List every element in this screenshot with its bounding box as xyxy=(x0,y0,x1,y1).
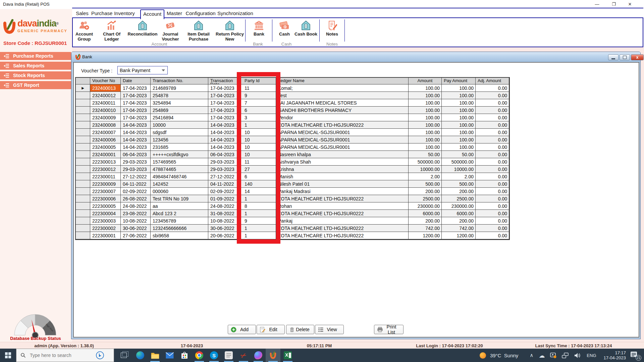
table-row[interactable]: 22230000310-08-202212345678910-08-20229P… xyxy=(76,217,509,225)
cell-voucher_no[interactable]: 222300013 xyxy=(90,158,121,166)
ribbon-item-return-policy-new[interactable]: Return Policy New xyxy=(215,19,245,42)
cell-trn_date[interactable]: 20-06-2022 xyxy=(208,232,240,239)
cell-ledger[interactable]: ZOTA HEALTHCARE LTD-HGJSUR0222 xyxy=(276,121,409,129)
tab-purchase[interactable]: Purchase xyxy=(91,9,112,17)
cell-amount[interactable]: 2.00 xyxy=(409,173,442,180)
taskbar-app-file-explorer[interactable] xyxy=(148,349,162,362)
cell-pay_amount[interactable]: 100.00 xyxy=(442,114,476,121)
cell-pay_amount[interactable]: 500000.00 xyxy=(442,158,476,166)
taskbar-app-skype[interactable]: S xyxy=(207,349,221,362)
cell-amount[interactable]: 230000.00 xyxy=(409,202,442,210)
sidebar-item-purchase-reports[interactable]: Purchase Reports xyxy=(0,52,71,60)
cell-amount[interactable]: 100.00 xyxy=(409,114,442,121)
cell-adj_amount[interactable]: 0.00 xyxy=(476,151,509,158)
cell-voucher_no[interactable]: 232400011 xyxy=(90,99,121,107)
ribbon-item-reconciliation[interactable]: Reconciliation xyxy=(127,19,158,37)
cell-ledger[interactable]: ZOTA HEALTHCARE LTD-HGJSUR0222 xyxy=(276,210,409,217)
weather-sun-icon[interactable] xyxy=(480,352,486,359)
ribbon-item-account-group[interactable]: Account Group xyxy=(69,19,99,42)
column-header-adj-amount[interactable]: Adj. Amount xyxy=(476,78,509,84)
cell-adj_amount[interactable]: 0.00 xyxy=(476,180,509,188)
cell-ledger[interactable]: Vendor xyxy=(276,114,409,121)
taskbar-search[interactable] xyxy=(16,349,114,362)
sidebar-item-sales-reports[interactable]: Sales Reports xyxy=(0,62,71,70)
cell-ledger[interactable]: Aishvarya Shah xyxy=(276,158,409,166)
taskbar-app-store[interactable] xyxy=(177,349,192,362)
cell-date[interactable]: 29-03-2023 xyxy=(121,158,151,166)
bing-icon[interactable] xyxy=(95,350,105,360)
cell-pay_amount[interactable]: 100.00 xyxy=(442,92,476,99)
cell-date[interactable]: 27-12-2022 xyxy=(121,173,151,180)
cell-voucher_no[interactable]: 222300003 xyxy=(90,217,121,225)
cell-trn_no[interactable]: 157469565 xyxy=(151,158,208,166)
cell-trn_no[interactable]: sdgsdf xyxy=(151,129,208,136)
cell-trn_no[interactable]: Test TRN No 109 xyxy=(151,195,208,202)
cell-adj_amount[interactable]: 0.00 xyxy=(476,136,509,143)
column-header-voucher-no[interactable]: Voucher No xyxy=(90,78,121,84)
table-row[interactable]: 22230001127-12-2022498484746874627-12-20… xyxy=(76,173,509,180)
cell-date[interactable]: 02-09-2022 xyxy=(121,188,151,195)
cell-trn_no[interactable]: 10000 xyxy=(151,121,208,129)
cell-trn_no[interactable]: 000060 xyxy=(151,188,208,195)
cell-amount[interactable]: 100.00 xyxy=(409,136,442,143)
cell-trn_no[interactable]: +++++cxslfdkgvo xyxy=(151,151,208,158)
cell-trn_date[interactable]: 14-04-2023 xyxy=(208,136,240,143)
language-indicator[interactable]: ENG xyxy=(587,353,596,358)
task-view-icon[interactable] xyxy=(117,349,131,362)
cell-voucher_no[interactable]: 222300005 xyxy=(90,202,121,210)
cell-trn_date[interactable]: 17-04-2023 xyxy=(208,92,240,99)
sidebar-item-gst-report[interactable]: GST Report xyxy=(0,81,71,89)
column-header-pay-amount[interactable]: Pay Amount xyxy=(442,78,476,84)
volume-icon[interactable] xyxy=(574,353,581,358)
cell-adj_amount[interactable]: 0.00 xyxy=(476,129,509,136)
cell-date[interactable]: 14-04-2023 xyxy=(121,143,151,151)
cell-amount[interactable]: 6000.00 xyxy=(409,210,442,217)
cell-ledger[interactable]: Test xyxy=(276,92,409,99)
voucher-type-select[interactable]: Bank Payment xyxy=(117,66,168,74)
taskbar-app-excel[interactable]: X xyxy=(280,349,295,362)
cell-voucher_no[interactable]: 232400013 xyxy=(90,84,121,92)
add-button[interactable]: Add xyxy=(228,325,256,334)
cell-adj_amount[interactable]: 0.00 xyxy=(476,143,509,151)
search-input[interactable] xyxy=(29,352,94,358)
cell-amount[interactable]: 2500.00 xyxy=(409,195,442,202)
tab-inventory[interactable]: Inventory xyxy=(113,9,136,17)
cell-pay_amount[interactable]: 100.00 xyxy=(442,107,476,114)
cell-ledger[interactable]: ZOTA HEALTHCARE LTD-HGJSUR0222 xyxy=(276,232,409,239)
cell-date[interactable]: 17-04-2023 xyxy=(121,84,151,92)
cell-trn_date[interactable]: 31-08-2022 xyxy=(208,210,240,217)
cell-adj_amount[interactable]: 0.00 xyxy=(476,225,509,232)
cell-trn_date[interactable]: 14-04-2023 xyxy=(208,129,240,136)
cell-date[interactable]: 23-08-2022 xyxy=(121,210,151,217)
cell-pay_amount[interactable]: 742.00 xyxy=(442,225,476,232)
taskbar-app-edge[interactable] xyxy=(133,349,148,362)
cell-ledger[interactable]: Krishna xyxy=(276,166,409,173)
cell-trn_date[interactable]: 06-04-2023 xyxy=(208,151,240,158)
cell-adj_amount[interactable]: 0.00 xyxy=(476,84,509,92)
cell-ledger[interactable]: JAI JAGANNATH MEDICAL STORES xyxy=(276,99,409,107)
cell-adj_amount[interactable]: 0.00 xyxy=(476,232,509,239)
bank-close-icon[interactable]: x xyxy=(631,54,644,60)
taskbar-app-chrome[interactable] xyxy=(192,349,207,362)
start-button[interactable] xyxy=(0,349,16,362)
table-row[interactable]: 22230000230-06-2022123245666666630-06-20… xyxy=(76,225,509,232)
column-header-ledger-name[interactable]: Ledger Name xyxy=(276,78,409,84)
cell-date[interactable]: 26-08-2022 xyxy=(121,195,151,202)
cell-amount[interactable]: 742.00 xyxy=(409,225,442,232)
weather-text[interactable]: 39°C Sunny xyxy=(490,353,518,358)
column-header-amount[interactable]: Amount xyxy=(409,78,442,84)
table-row[interactable]: 23240001217-04-202325487817-04-20239Test… xyxy=(76,92,509,99)
ribbon-item-item-detail-purchase[interactable]: Item Detail Purchase xyxy=(183,19,214,42)
network-icon[interactable] xyxy=(562,353,569,358)
taskbar-app-snip[interactable]: ✂ xyxy=(236,349,251,362)
clock[interactable]: 17:17 17-04-2023 xyxy=(604,350,626,360)
cell-date[interactable]: 14-04-2023 xyxy=(121,121,151,129)
column-header-transaction-no[interactable]: Transaction No. xyxy=(151,78,208,84)
cell-voucher_no[interactable]: 232400006 xyxy=(90,136,121,143)
cell-date[interactable]: 14-04-2023 xyxy=(121,136,151,143)
cell-ledger[interactable]: Komal; xyxy=(276,84,409,92)
cell-amount[interactable]: 50.00 xyxy=(409,151,442,158)
column-header-transaction-date[interactable]: Transaction Date xyxy=(208,78,240,84)
cell-trn_date[interactable]: 17-04-2023 xyxy=(208,107,240,114)
table-row[interactable]: 22230000524-08-2022aa24-08-20228Rohan230… xyxy=(76,202,509,210)
